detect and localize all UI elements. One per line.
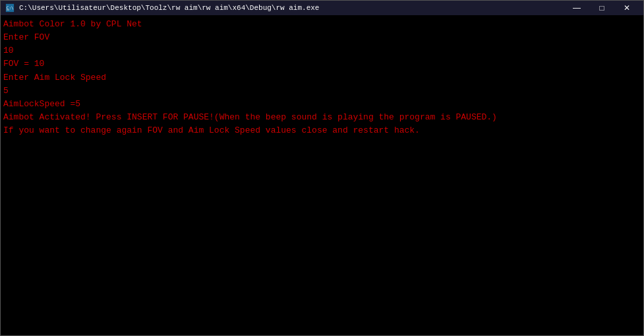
window-controls: — □ ✕ bbox=[564, 1, 639, 15]
console-output: Aimbot Color 1.0 by CPL NetEnter FOV10FO… bbox=[1, 15, 643, 335]
close-button[interactable]: ✕ bbox=[614, 1, 639, 15]
svg-rect-3 bbox=[7, 10, 9, 11]
svg-text:C:\: C:\ bbox=[7, 5, 14, 10]
console-line: If you want to change again FOV and Aim … bbox=[3, 124, 641, 137]
console-line: Enter FOV bbox=[3, 31, 641, 44]
console-line: Enter Aim Lock Speed bbox=[3, 71, 641, 84]
maximize-button[interactable]: □ bbox=[589, 1, 614, 15]
console-line: Aimbot Activated! Press INSERT FOR PAUSE… bbox=[3, 111, 641, 124]
titlebar: C:\ C:\Users\Utilisateur\Desktop\Toolz\r… bbox=[1, 1, 643, 15]
cmd-window: C:\ C:\Users\Utilisateur\Desktop\Toolz\r… bbox=[0, 0, 644, 336]
minimize-button[interactable]: — bbox=[564, 1, 589, 15]
console-line: 5 bbox=[3, 84, 641, 98]
console-line: 10 bbox=[3, 44, 641, 57]
window-title: C:\Users\Utilisateur\Desktop\Toolz\rw ai… bbox=[19, 4, 560, 12]
console-line: FOV = 10 bbox=[3, 57, 641, 71]
app-icon: C:\ bbox=[5, 3, 15, 13]
console-line: AimLockSpeed =5 bbox=[3, 98, 641, 111]
console-line: Aimbot Color 1.0 by CPL Net bbox=[3, 18, 641, 31]
